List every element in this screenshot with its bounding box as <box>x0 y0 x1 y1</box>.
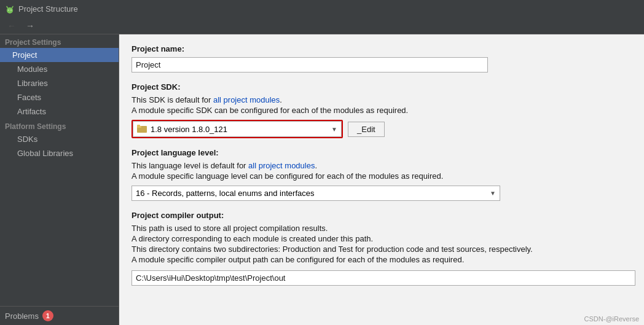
sidebar-item-label-project: Project <box>12 50 37 60</box>
title-text: Project Structure <box>18 4 78 14</box>
project-name-label: Project name: <box>132 44 632 53</box>
lang-dropdown[interactable]: 16 - Records, patterns, local enums and … <box>132 186 500 201</box>
project-settings-label: Project Settings <box>0 34 119 48</box>
project-lang-section: Project language level: This language le… <box>132 148 632 201</box>
sidebar-item-sdks[interactable]: SDKs <box>0 132 119 146</box>
sdk-folder-icon <box>137 124 147 134</box>
sidebar-item-label-artifacts: Artifacts <box>17 107 46 116</box>
compiler-desc4: A module specific compiler output path c… <box>132 255 632 264</box>
sidebar-item-label-facets: Facets <box>17 93 41 102</box>
problems-label: Problems <box>5 311 39 321</box>
problems-badge: 1 <box>42 310 53 321</box>
svg-point-4 <box>10 10 11 10</box>
compiler-output-section: Project compiler output: This path is us… <box>132 211 632 286</box>
sdk-row: 1.8 version 1.8.0_121 ▼ _Edit <box>132 120 632 138</box>
content-area: Project name: Project SDK: This SDK is d… <box>119 34 644 325</box>
svg-point-3 <box>8 10 9 10</box>
project-sdk-section: Project SDK: This SDK is default for all… <box>132 82 632 138</box>
project-name-input[interactable] <box>132 57 488 72</box>
compiler-desc1: This path is used to store all project c… <box>132 224 632 233</box>
sidebar-item-label-modules: Modules <box>17 65 47 74</box>
problems-section[interactable]: Problems 1 <box>0 306 119 325</box>
edit-sdk-button[interactable]: _Edit <box>348 122 385 137</box>
watermark: CSDN-@iReverse <box>584 315 639 323</box>
compiler-desc2: A directory corresponding to each module… <box>132 234 632 243</box>
compiler-output-input[interactable] <box>132 270 635 286</box>
back-button[interactable]: ← <box>5 20 18 32</box>
sdk-dropdown[interactable]: 1.8 version 1.8.0_121 ▼ <box>133 121 342 137</box>
lang-dropdown-arrow: ▼ <box>490 190 496 197</box>
sdk-desc1: This SDK is default for all project modu… <box>132 95 632 104</box>
project-name-section: Project name: <box>132 44 632 72</box>
title-bar: Project Structure <box>0 0 644 17</box>
sidebar: Project Settings Project Modules Librari… <box>0 34 119 325</box>
platform-settings-label: Platform Settings <box>0 119 119 132</box>
compiler-desc3: This directory contains two subdirectori… <box>132 245 632 254</box>
lang-desc2: A module specific language level can be … <box>132 171 632 181</box>
project-sdk-label: Project SDK: <box>132 82 632 92</box>
sidebar-item-global-libraries[interactable]: Global Libraries <box>0 146 119 160</box>
lang-desc1: This language level is default for all p… <box>132 161 632 170</box>
sdk-dropdown-arrow: ▼ <box>331 126 337 133</box>
compiler-output-label: Project compiler output: <box>132 211 632 220</box>
sdk-dropdown-wrapper: 1.8 version 1.8.0_121 ▼ <box>132 120 343 138</box>
forward-button[interactable]: → <box>23 20 37 32</box>
project-lang-label: Project language level: <box>132 148 632 157</box>
lang-value: 16 - Records, patterns, local enums and … <box>136 189 490 198</box>
sdk-value: 1.8 version 1.8.0_121 <box>151 125 227 134</box>
svg-rect-7 <box>137 125 140 127</box>
sidebar-item-label-sdks: SDKs <box>17 135 37 144</box>
sidebar-item-artifacts[interactable]: Artifacts <box>0 104 119 119</box>
sidebar-item-label-libraries: Libraries <box>17 79 48 88</box>
svg-line-2 <box>12 7 14 9</box>
sdk-desc2: A module specific SDK can be configured … <box>132 106 632 115</box>
toolbar: ← → <box>0 17 644 34</box>
svg-line-1 <box>7 7 8 9</box>
sidebar-item-modules[interactable]: Modules <box>0 62 119 76</box>
android-icon <box>5 4 15 14</box>
sidebar-item-project[interactable]: Project <box>0 48 119 62</box>
sidebar-item-libraries[interactable]: Libraries <box>0 76 119 90</box>
sidebar-item-facets[interactable]: Facets <box>0 90 119 104</box>
main-layout: Project Settings Project Modules Librari… <box>0 34 644 325</box>
sidebar-item-label-global-libraries: Global Libraries <box>17 149 73 158</box>
